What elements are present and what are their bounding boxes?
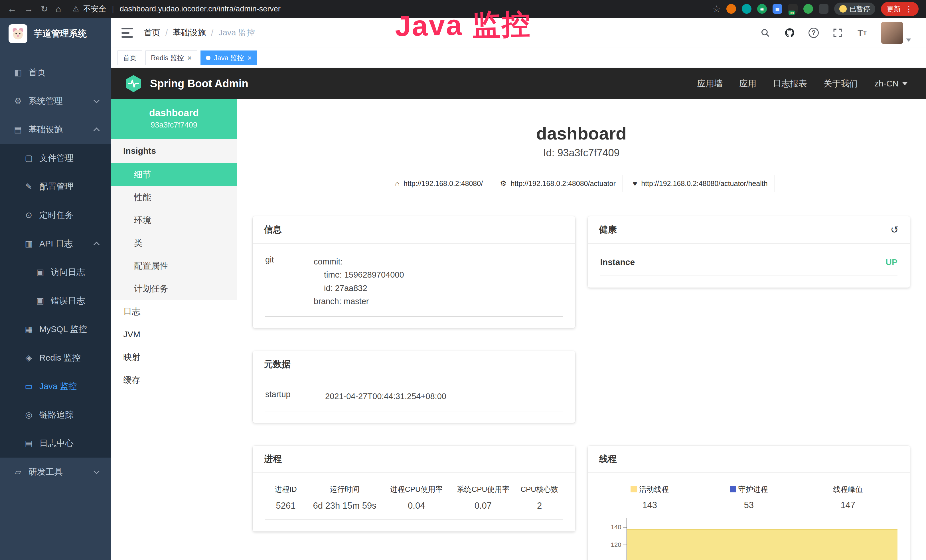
caret-down-icon <box>902 82 908 85</box>
sba-locale-select[interactable]: zh-CN <box>875 79 908 88</box>
sba-nav-wall[interactable]: 应用墙 <box>697 78 723 89</box>
tags-view-bar: 首页 Redis 监控 × Java 监控 × <box>111 48 926 68</box>
sba-item-mappings[interactable]: 映射 <box>111 346 237 369</box>
bookmark-star-icon[interactable]: ☆ <box>713 4 721 14</box>
link-service-url[interactable]: ⌂ http://192.168.0.2:48080/ <box>388 175 490 192</box>
sba-item-scheduled-tasks[interactable]: 计划任务 <box>111 277 237 300</box>
extension-icon-6[interactable] <box>803 4 813 14</box>
sba-item-config-props[interactable]: 配置属性 <box>111 254 237 277</box>
page-title: dashboard <box>253 123 910 144</box>
url-text[interactable]: dashboard.yudao.iocoder.cn/infra/admin-s… <box>120 5 280 14</box>
sba-item-caches[interactable]: 缓存 <box>111 369 237 391</box>
reload-icon[interactable]: ↻ <box>41 4 48 14</box>
sidebar-item-config[interactable]: 配置管理 <box>0 172 111 201</box>
paused-badge[interactable]: 已暂停 <box>834 3 875 15</box>
health-card: 健康 ↺ Instance UP <box>588 216 910 288</box>
sidebar-item-redis[interactable]: Redis 监控 <box>0 344 111 372</box>
address-bar[interactable]: ⚠ 不安全 | dashboard.yudao.iocoder.cn/infra… <box>73 4 281 14</box>
sba-item-logging[interactable]: 日志 <box>111 300 237 323</box>
chart-y-axis: 140 120 100 <box>600 518 626 560</box>
sidebar-item-tools[interactable]: 研发工具 <box>0 458 111 486</box>
menu-label: API 日志 <box>39 238 73 250</box>
info-key: git <box>265 255 314 308</box>
sidebar-item-mysql[interactable]: MySQL 监控 <box>0 315 111 344</box>
breadcrumb-home[interactable]: 首页 <box>144 27 160 38</box>
sba-nav-about[interactable]: 关于我们 <box>824 78 858 89</box>
link-health-url[interactable]: ♥ http://192.168.0.2:48080/actuator/heal… <box>626 175 775 192</box>
menu-label: 日志中心 <box>39 437 74 449</box>
annotation-java-monitor: Java 监控 <box>394 5 532 46</box>
home-icon[interactable]: ⌂ <box>56 4 61 14</box>
extension-icon-5[interactable]: on <box>788 4 798 14</box>
sba-app-header[interactable]: dashboard 93a3fc7f7409 <box>111 99 237 139</box>
trace-icon <box>22 410 35 420</box>
avatar[interactable] <box>881 22 903 44</box>
tab-home[interactable]: 首页 <box>118 50 142 65</box>
sba-item-jvm[interactable]: JVM <box>111 323 237 346</box>
active-dot <box>206 56 210 60</box>
sidebar-item-system[interactable]: 系统管理 <box>0 87 111 115</box>
sidebar-item-file[interactable]: 文件管理 <box>0 144 111 172</box>
extension-on-chip: on <box>788 11 795 15</box>
sba-item-performance[interactable]: 性能 <box>111 186 237 209</box>
sba-brand[interactable]: Spring Boot Admin <box>150 77 248 90</box>
hamburger-icon[interactable] <box>121 28 133 38</box>
legend-item-peak: 线程峰值 147 <box>799 484 898 510</box>
address-divider: | <box>112 5 114 14</box>
breadcrumb-separator: / <box>211 28 213 38</box>
font-size-icon[interactable]: TT <box>856 27 868 38</box>
app-logo <box>9 24 27 43</box>
legend-item-live[interactable]: 活动线程 143 <box>600 484 699 510</box>
chevron-up-icon <box>94 127 100 133</box>
sidebar-item-trace[interactable]: 链路追踪 <box>0 401 111 429</box>
sidebar-item-job[interactable]: 定时任务 <box>0 201 111 229</box>
extension-icon-1[interactable] <box>726 4 736 14</box>
sba-logo-icon[interactable] <box>124 74 142 93</box>
sba-insights-panel: Insights 细节 性能 环境 类 配置属性 计划任务 <box>111 139 237 300</box>
back-icon[interactable]: ← <box>8 4 17 14</box>
security-label[interactable]: 不安全 <box>83 4 106 14</box>
link-actuator-url[interactable]: ⚙ http://192.168.0.2:48080/actuator <box>493 175 623 192</box>
extension-icon-2[interactable] <box>742 4 752 14</box>
instance-links: ⌂ http://192.168.0.2:48080/ ⚙ http://192… <box>253 175 910 192</box>
app-logo-row[interactable]: 芋道管理系统 <box>0 18 111 50</box>
sidebar-item-log-center[interactable]: 日志中心 <box>0 429 111 458</box>
update-button[interactable]: 更新 ⋮ <box>881 2 918 16</box>
health-instance-label[interactable]: Instance <box>600 257 635 267</box>
extension-icon-3[interactable]: ◉ <box>757 4 767 14</box>
menu-label: Java 监控 <box>39 381 77 392</box>
tab-java-monitor[interactable]: Java 监控 × <box>200 50 257 65</box>
sba-insights-label: Insights <box>111 139 237 163</box>
search-icon[interactable] <box>760 27 771 38</box>
extension-puzzle-icon[interactable] <box>819 4 828 14</box>
history-icon[interactable]: ↺ <box>891 224 899 235</box>
close-icon[interactable]: × <box>188 54 192 62</box>
sba-nav-journal[interactable]: 日志报表 <box>773 78 807 89</box>
fullscreen-icon[interactable] <box>832 27 843 38</box>
job-icon <box>22 210 35 220</box>
tab-redis-monitor[interactable]: Redis 监控 × <box>145 50 197 65</box>
github-icon[interactable] <box>784 27 795 38</box>
forward-icon[interactable]: → <box>24 4 33 14</box>
sidebar-item-infra[interactable]: 基础设施 <box>0 115 111 144</box>
info-value: commit: time: 1596289704000 id: 27aa832 … <box>314 255 563 308</box>
help-icon[interactable]: ? <box>808 28 819 38</box>
sba-nav-applications[interactable]: 应用 <box>739 78 756 89</box>
sidebar-item-java-monitor[interactable]: Java 监控 <box>0 372 111 401</box>
user-menu[interactable] <box>881 22 911 44</box>
sba-item-environment[interactable]: 环境 <box>111 209 237 232</box>
close-icon[interactable]: × <box>248 54 252 62</box>
sba-item-details[interactable]: 细节 <box>111 163 237 186</box>
menu-label: 研发工具 <box>29 466 63 478</box>
metadata-key: startup <box>265 390 325 403</box>
browser-menu-icon[interactable]: ⋮ <box>905 4 913 14</box>
breadcrumb-infra[interactable]: 基础设施 <box>173 27 206 38</box>
sidebar-item-access-log[interactable]: 访问日志 <box>0 258 111 286</box>
sidebar-item-error-log[interactable]: 错误日志 <box>0 286 111 315</box>
sba-item-classes[interactable]: 类 <box>111 232 237 254</box>
status-badge: UP <box>885 257 897 267</box>
extension-icon-4[interactable]: ▦ <box>773 4 782 14</box>
legend-item-daemon[interactable]: 守护进程 53 <box>699 484 799 510</box>
sidebar-item-api-log[interactable]: API 日志 <box>0 229 111 258</box>
sidebar-item-home[interactable]: 首页 <box>0 58 111 87</box>
